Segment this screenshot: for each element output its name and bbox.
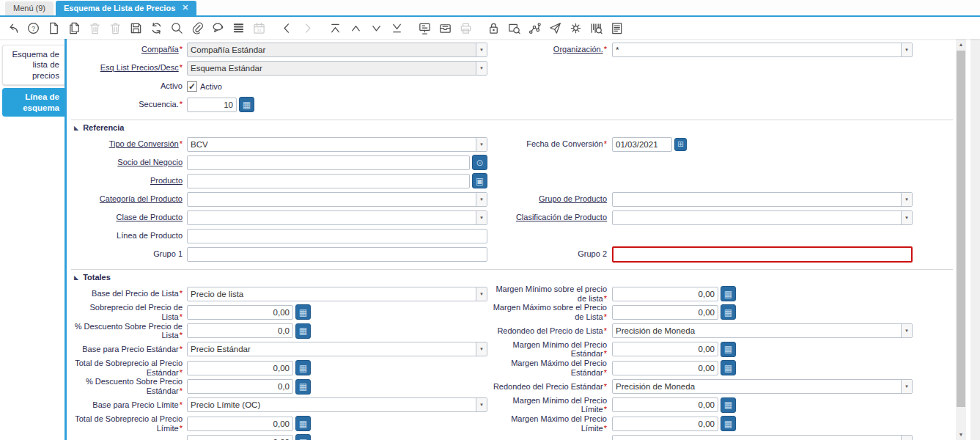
margen-max-precio-limite-field[interactable]: 0,00 [612,417,718,431]
grupo-producto-dropdown-icon[interactable]: ▼ [901,193,912,206]
secuencia-field[interactable]: 10 [187,98,237,112]
sobreprecio-precio-lista-field[interactable]: 0,00 [187,305,293,320]
zoom-across-icon[interactable] [507,21,521,35]
sobreprecio-precio-estandar-field[interactable]: 0,00 [187,361,293,375]
scrollbar-thumb[interactable] [957,51,965,407]
clasificacion-producto-dropdown-icon[interactable]: ▼ [901,211,912,224]
attachment-icon[interactable] [191,21,205,35]
lock-icon[interactable] [487,21,501,35]
find-icon[interactable] [170,21,184,35]
product-info-icon[interactable] [589,21,603,35]
first-record-icon[interactable] [328,21,342,35]
redondeo-precio-limite-dropdown-icon[interactable]: ▼ [901,436,912,440]
margen-min-precio-estandar-calculator-button[interactable]: ▦ [721,342,736,357]
producto-field[interactable] [187,174,470,188]
clasificacion-producto-label[interactable]: Clasificación de Producto [487,213,612,222]
activo-checkbox[interactable]: ✓ [187,81,197,92]
section-header-totales[interactable]: ◣Totales [71,269,953,283]
sidebar-tab-linea-esquema[interactable]: Línea de esquema [2,88,65,117]
grid-toggle-icon[interactable] [232,21,246,35]
window-tab-menu[interactable]: Menú (9) [5,1,54,15]
esq-list-precios-label[interactable]: Esq List Precios/Desc* [71,63,187,73]
sobreprecio-precio-lista-calculator-button[interactable]: ▦ [295,304,311,320]
categoria-producto-label[interactable]: Categoría del Producto [71,194,187,204]
base-precio-limite-dropdown-icon[interactable]: ▼ [476,398,487,411]
vertical-scrollbar[interactable]: ▲ ▼ [956,39,966,440]
window-tab-active[interactable]: Esquema de Lista de Precios✕ [56,1,196,15]
tipo-conversion-dropdown-icon[interactable]: ▼ [476,138,487,151]
report-icon[interactable] [418,21,432,35]
descuento-precio-estandar-calculator-button[interactable]: ▦ [295,379,311,395]
save-icon[interactable] [129,21,143,35]
linea-producto-field[interactable] [187,229,487,243]
redondeo-precio-estandar-dropdown-icon[interactable]: ▼ [901,380,912,393]
descuento-precio-estandar-field[interactable]: 0,0 [187,379,293,394]
clasificacion-producto-select[interactable]: ▼ [612,210,913,225]
redondeo-precio-lista-dropdown-icon[interactable]: ▼ [901,324,912,337]
base-precio-estandar-dropdown-icon[interactable]: ▼ [476,342,487,356]
undo-icon[interactable] [6,21,20,35]
fecha-conversion-calendar-button[interactable]: ⊞ [674,138,687,151]
compania-dropdown-icon[interactable]: ▼ [476,43,487,56]
workflow-icon[interactable] [528,21,542,35]
grupo-2-field[interactable] [612,246,913,263]
copy-record-icon[interactable] [67,21,81,35]
descuento-precio-lista-field[interactable]: 0,0 [187,323,293,338]
previous-record-icon[interactable] [349,21,363,35]
section-collapse-icon[interactable]: ◣ [74,274,78,281]
grupo-producto-select[interactable]: ▼ [612,192,913,207]
organizacion-label[interactable]: Organización.* [487,45,612,54]
grupo-producto-label[interactable]: Grupo de Producto [487,194,612,204]
organizacion-dropdown-icon[interactable]: ▼ [901,43,912,56]
margen-min-precio-lista-calculator-button[interactable]: ▦ [721,286,736,301]
base-precio-lista-dropdown-icon[interactable]: ▼ [476,287,487,301]
archive-icon[interactable] [438,21,452,35]
producto-label[interactable]: Producto [71,176,187,186]
base-precio-estandar-select[interactable]: Precio Estándar▼ [187,342,487,356]
scrollbar-up-icon[interactable]: ▲ [956,39,966,50]
socio-negocio-label[interactable]: Socio del Negocio [71,158,187,167]
redondeo-precio-limite-select[interactable]: ▼ [612,435,913,440]
margen-max-precio-estandar-calculator-button[interactable]: ▦ [721,360,736,375]
sobreprecio-precio-limite-calculator-button[interactable]: ▦ [295,416,311,431]
compania-label[interactable]: Compañía* [71,45,187,54]
tipo-conversion-label[interactable]: Tipo de Conversión* [71,139,187,149]
refresh-icon[interactable] [150,21,163,35]
new-record-icon[interactable] [47,21,61,35]
margen-min-precio-limite-field[interactable]: 0,00 [612,397,718,412]
last-record-icon[interactable] [390,21,404,35]
esq-list-precios-dropdown-icon[interactable]: ▼ [476,62,487,75]
secuencia-calculator-button[interactable]: ▦ [239,97,254,112]
socio-negocio-business-partner-search-button[interactable]: ⊙ [472,155,487,170]
redondeo-precio-estandar-select[interactable]: Precisión de Moneda▼ [612,379,913,394]
scrollbar-down-icon[interactable]: ▼ [956,429,966,440]
clase-producto-label[interactable]: Clase de Producto [71,213,187,222]
close-tab-icon[interactable]: ✕ [182,3,188,12]
margen-max-precio-limite-calculator-button[interactable]: ▦ [721,416,736,431]
preferences-icon[interactable] [569,21,583,35]
producto-product-search-button[interactable]: ▣ [472,173,487,188]
descuento-precio-limite-calculator-button[interactable]: ▦ [295,434,311,440]
margen-max-precio-lista-field[interactable]: 0,00 [612,305,718,320]
sidebar-tab-esquema-lista[interactable]: Esquema de lista de precios [2,45,65,85]
base-precio-lista-select[interactable]: Precio de lista▼ [187,287,487,301]
requests-icon[interactable] [548,21,562,35]
socio-negocio-field[interactable] [187,155,470,170]
redondeo-precio-lista-select[interactable]: Precisión de Moneda▼ [612,323,913,338]
next-record-icon[interactable] [369,21,383,35]
margen-min-precio-limite-calculator-button[interactable]: ▦ [721,397,736,413]
margen-max-precio-estandar-field[interactable]: 0,00 [612,361,718,375]
sobreprecio-precio-estandar-calculator-button[interactable]: ▦ [295,360,311,375]
organizacion-select[interactable]: *▼ [612,43,913,57]
categoria-producto-dropdown-icon[interactable]: ▼ [476,193,487,206]
descuento-precio-lista-calculator-button[interactable]: ▦ [295,323,311,339]
descuento-precio-limite-field[interactable]: 0,00 [187,435,293,440]
fecha-conversion-field[interactable]: 01/03/2021 [612,137,672,152]
base-precio-limite-select[interactable]: Precio Límite (OC)▼ [187,397,487,412]
grupo-1-field[interactable] [187,247,487,262]
margen-min-precio-lista-field[interactable]: 0,00 [612,287,718,301]
sobreprecio-precio-limite-field[interactable]: 0,00 [187,417,293,431]
chat-icon[interactable] [211,21,225,35]
section-collapse-icon[interactable]: ◣ [74,125,78,131]
clase-producto-select[interactable]: ▼ [187,210,487,225]
